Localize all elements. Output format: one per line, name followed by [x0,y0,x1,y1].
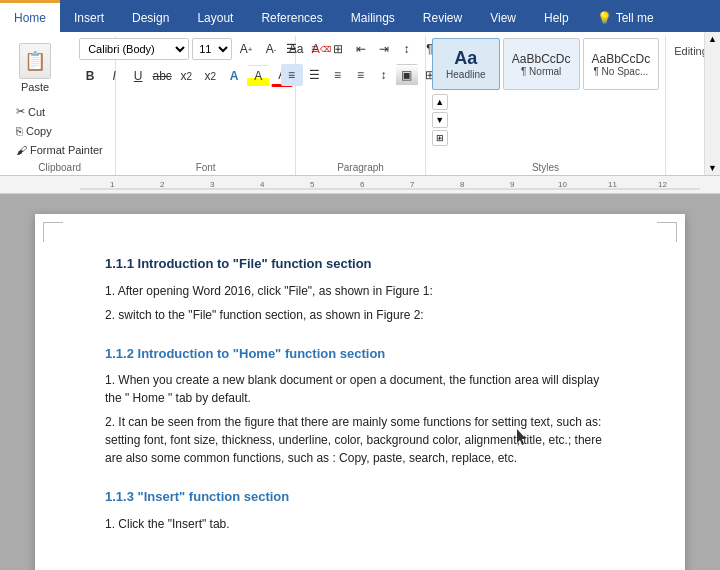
style-normal-label: ¶ Normal [521,66,561,77]
copy-label: Copy [26,125,52,137]
tab-home[interactable]: Home [0,0,60,32]
text-effects-button[interactable]: A [223,65,245,87]
ribbon-tabs-row: Home Insert Design Layout References Mai… [0,0,720,32]
list-buttons-row: ☰ ≡ ⊞ ⇤ ⇥ ↕ ¶ [281,38,441,60]
decrease-indent-button[interactable]: ⇤ [350,38,372,60]
svg-text:11: 11 [608,180,617,189]
tab-help[interactable]: Help [530,0,583,32]
superscript-button[interactable]: x2 [199,65,221,87]
ribbon-body: 📋 Paste ✂ Cut ⎘ Copy 🖌 Format Painter [0,32,720,176]
format-painter-label: Format Painter [30,144,103,156]
align-buttons-row: ≡ ☰ ≡ ≡ ↕ ▣ ⊞ [281,64,441,86]
svg-text:5: 5 [310,180,315,189]
style-no-spacing-label: ¶ No Spac... [593,66,648,77]
increase-font-button[interactable]: A+ [235,38,257,60]
style-headline[interactable]: Aa Headline [432,38,500,90]
svg-text:3: 3 [210,180,215,189]
multilevel-list-button[interactable]: ⊞ [327,38,349,60]
svg-text:2: 2 [160,180,165,189]
format-painter-button[interactable]: 🖌 Format Painter [10,141,109,159]
style-normal-preview: AaBbCcDc [512,52,571,66]
scissors-icon: ✂ [16,105,25,118]
ribbon-scrollbar: ▲ ▼ [704,32,720,175]
strikethrough-button[interactable]: abc [151,65,173,87]
document-page[interactable]: 1.1.1 Introduction to "File" function se… [35,214,685,570]
font-format-row: B I U abc x2 x2 A A A [79,65,293,87]
justify-button[interactable]: ≡ [350,64,372,86]
tab-layout[interactable]: Layout [183,0,247,32]
styles-gallery: Aa Headline AaBbCcDc ¶ Normal AaBbCcDc ¶… [432,38,659,90]
paste-button[interactable]: 📋 Paste [10,38,60,98]
font-name-select[interactable]: Calibri (Body) [79,38,189,60]
align-center-button[interactable]: ☰ [304,64,326,86]
styles-scroll-down[interactable]: ▼ [432,112,448,128]
tab-review[interactable]: Review [409,0,476,32]
increase-indent-button[interactable]: ⇥ [373,38,395,60]
svg-text:10: 10 [558,180,567,189]
tab-view[interactable]: View [476,0,530,32]
svg-text:4: 4 [260,180,265,189]
style-normal[interactable]: AaBbCcDc ¶ Normal [503,38,580,90]
tab-mailings[interactable]: Mailings [337,0,409,32]
font-group-label: Font [116,162,295,173]
italic-button[interactable]: I [103,65,125,87]
section-2-para-2: 2. It can be seen from the figure that t… [105,413,615,467]
svg-text:6: 6 [360,180,365,189]
tab-references[interactable]: References [247,0,336,32]
group-paragraph: ☰ ≡ ⊞ ⇤ ⇥ ↕ ¶ ≡ ☰ ≡ ≡ ↕ ▣ ⊞ Pa [296,36,426,175]
copy-button[interactable]: ⎘ Copy [10,122,109,140]
style-headline-label: Headline [446,69,485,80]
styles-expand[interactable]: ⊞ [432,130,448,146]
svg-text:9: 9 [510,180,515,189]
tab-insert[interactable]: Insert [60,0,118,32]
subscript-button[interactable]: x2 [175,65,197,87]
numbering-button[interactable]: ≡ [304,38,326,60]
format-painter-icon: 🖌 [16,144,27,156]
paragraph-group-label: Paragraph [296,162,425,173]
bold-button[interactable]: B [79,65,101,87]
decrease-font-button[interactable]: A- [260,38,282,60]
svg-rect-0 [80,177,700,193]
tab-tell-me[interactable]: 💡Tell me [583,0,668,32]
highlight-button[interactable]: A [247,65,269,87]
paste-label: Paste [21,81,49,93]
tab-design[interactable]: Design [118,0,183,32]
bullets-button[interactable]: ☰ [281,38,303,60]
horizontal-ruler: 1 2 3 4 5 6 7 8 9 10 11 12 [0,176,720,194]
document-area: 1.1.1 Introduction to "File" function se… [0,194,720,570]
ribbon-scroll-up[interactable]: ▲ [708,34,717,44]
ribbon-scroll-down[interactable]: ▼ [708,163,717,173]
section-3: 1.1.3 "Insert" function section 1. Click… [105,487,615,533]
svg-text:8: 8 [460,180,465,189]
paste-icon: 📋 [19,43,51,79]
section-3-heading: 1.1.3 "Insert" function section [105,487,615,507]
group-font: Calibri (Body) 11 A+ A- Aa A⌫ B I U abc … [116,36,296,175]
section-1-heading: 1.1.1 Introduction to "File" function se… [105,254,615,274]
section-2: 1.1.2 Introduction to "Home" function se… [105,344,615,468]
svg-text:1: 1 [110,180,115,189]
section-1-para-1: 1. After opening Word 2016, click "File"… [105,282,615,300]
ruler-svg: 1 2 3 4 5 6 7 8 9 10 11 12 [80,177,700,193]
style-no-spacing-preview: AaBbCcDc [592,52,651,66]
page-corner-tr [657,222,677,242]
styles-scroll-up[interactable]: ▲ [432,94,448,110]
section-2-para-1: 1. When you create a new blank document … [105,371,615,407]
styles-group-label: Styles [426,162,665,173]
cut-button[interactable]: ✂ Cut [10,102,109,121]
copy-icon: ⎘ [16,125,23,137]
align-left-button[interactable]: ≡ [281,64,303,86]
line-spacing-button[interactable]: ↕ [373,64,395,86]
sort-button[interactable]: ↕ [396,38,418,60]
font-size-select[interactable]: 11 [192,38,232,60]
align-right-button[interactable]: ≡ [327,64,349,86]
group-styles: Aa Headline AaBbCcDc ¶ Normal AaBbCcDc ¶… [426,36,666,175]
ribbon: Home Insert Design Layout References Mai… [0,0,720,176]
section-1: 1.1.1 Introduction to "File" function se… [105,254,615,324]
underline-button[interactable]: U [127,65,149,87]
svg-text:12: 12 [658,180,667,189]
clipboard-group-label: Clipboard [4,162,115,173]
shading-button[interactable]: ▣ [396,64,418,86]
style-no-spacing[interactable]: AaBbCcDc ¶ No Spac... [583,38,660,90]
style-headline-preview: Aa [454,48,477,69]
clipboard-small-btns: ✂ Cut ⎘ Copy 🖌 Format Painter [10,100,109,161]
